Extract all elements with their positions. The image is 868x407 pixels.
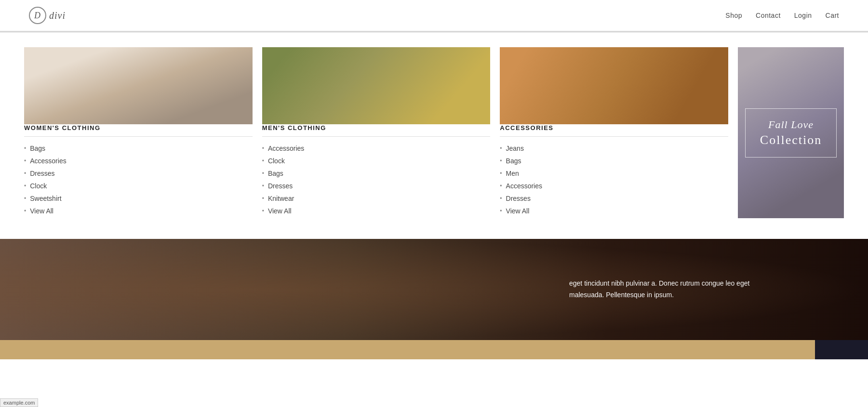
mens-list: Accessories Clock Bags Dresses Knitwear … — [262, 144, 491, 215]
womens-image — [24, 47, 253, 124]
fall-promo-image[interactable]: Fall Love Collection — [738, 47, 844, 218]
list-item[interactable]: Dresses — [262, 182, 491, 190]
list-item[interactable]: Knitwear — [262, 195, 491, 202]
list-item[interactable]: Dresses — [500, 195, 728, 202]
nav-login[interactable]: Login — [794, 12, 812, 19]
list-item[interactable]: Dresses — [24, 170, 253, 177]
list-item[interactable]: Jeans — [500, 144, 728, 152]
fall-title-line1: Fall Love — [760, 118, 822, 131]
hero-bottom: eget tincidunt nibh pulvinar a. Donec ru… — [0, 239, 868, 340]
nav-cart[interactable]: Cart — [826, 12, 839, 19]
nav-shop[interactable]: Shop — [725, 12, 742, 19]
fall-overlay: Fall Love Collection — [738, 47, 844, 218]
mens-image — [262, 47, 491, 124]
bottom-dark-section — [815, 340, 868, 359]
womens-title: WOMEN'S CLOTHING — [24, 124, 253, 131]
accessories-title: ACCESSORIES — [500, 124, 728, 131]
promo-column: Fall Love Collection — [738, 47, 844, 220]
womens-list: Bags Accessories Dresses Clock Sweetshir… — [24, 144, 253, 215]
list-item[interactable]: View All — [262, 207, 491, 215]
mens-divider — [262, 136, 491, 137]
category-accessories: ACCESSORIES Jeans Bags Men Accessories D… — [500, 47, 728, 220]
list-item[interactable]: Bags — [500, 157, 728, 165]
list-item[interactable]: Accessories — [24, 157, 253, 165]
main-nav: Shop Contact Login Cart — [725, 12, 839, 19]
list-item[interactable]: Men — [500, 170, 728, 177]
bottom-bar — [0, 340, 868, 359]
accessories-image — [500, 47, 728, 124]
list-item[interactable]: Sweetshirt — [24, 195, 253, 202]
fall-title-line2: Collection — [760, 133, 822, 147]
list-item[interactable]: Clock — [24, 182, 253, 190]
logo-name: divi — [49, 10, 66, 21]
mens-title: MEN'S CLOTHING — [262, 124, 491, 131]
fall-border: Fall Love Collection — [745, 108, 837, 158]
accessories-list: Jeans Bags Men Accessories Dresses View … — [500, 144, 728, 215]
list-item[interactable]: View All — [24, 207, 253, 215]
list-item[interactable]: View All — [500, 207, 728, 215]
category-mens: MEN'S CLOTHING Accessories Clock Bags Dr… — [262, 47, 491, 220]
womens-divider — [24, 136, 253, 137]
nav-contact[interactable]: Contact — [756, 12, 781, 19]
site-header: D divi Shop Contact Login Cart — [0, 0, 868, 31]
list-item[interactable]: Bags — [262, 170, 491, 177]
list-item[interactable]: Clock — [262, 157, 491, 165]
list-item[interactable]: Accessories — [262, 144, 491, 152]
category-womens: WOMEN'S CLOTHING Bags Accessories Dresse… — [24, 47, 253, 220]
site-logo[interactable]: D divi — [29, 7, 66, 24]
list-item[interactable]: Bags — [24, 144, 253, 152]
accessories-divider — [500, 136, 728, 137]
list-item[interactable]: Accessories — [500, 182, 728, 190]
logo-circle: D — [29, 7, 46, 24]
bottom-tan-section — [0, 340, 815, 359]
hero-text: eget tincidunt nibh pulvinar a. Donec ru… — [569, 278, 772, 301]
main-content: WOMEN'S CLOTHING Bags Accessories Dresse… — [0, 33, 868, 239]
